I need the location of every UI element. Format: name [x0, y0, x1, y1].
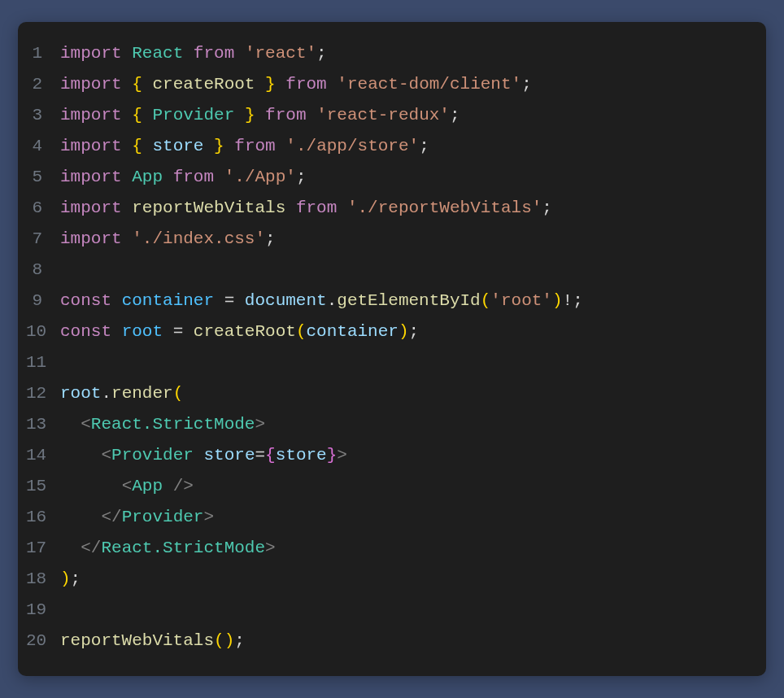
- code-token: ;: [296, 168, 307, 186]
- code-token: [194, 446, 204, 465]
- code-token: [111, 291, 122, 310]
- code-token: [111, 322, 122, 341]
- code-line: 11: [26, 347, 747, 378]
- code-token: ;: [234, 631, 245, 650]
- code-token: [60, 446, 101, 465]
- line-number: 11: [26, 347, 60, 378]
- code-token: [142, 75, 153, 94]
- code-line: 10const root = createRoot(container);: [26, 316, 747, 347]
- line-number: 9: [26, 286, 60, 316]
- code-token: './index.css': [132, 229, 265, 248]
- line-content: const container = document.getElementByI…: [60, 286, 583, 316]
- code-token: </: [81, 539, 101, 557]
- code-token: from: [296, 198, 337, 217]
- line-number: 18: [26, 564, 60, 595]
- line-number: 3: [26, 100, 60, 131]
- code-token: [234, 106, 245, 124]
- code-token: {: [265, 446, 276, 465]
- code-token: ): [552, 291, 563, 310]
- line-content: </Provider>: [60, 502, 214, 533]
- line-content: </React.StrictMode>: [60, 533, 276, 564]
- code-token: render: [111, 384, 173, 403]
- line-number: 8: [26, 255, 60, 286]
- code-token: !;: [563, 291, 583, 310]
- code-line: 5import App from './App';: [26, 162, 747, 193]
- code-token: ;: [419, 137, 429, 155]
- code-token: import: [60, 106, 122, 124]
- code-line: 2import { createRoot } from 'react-dom/c…: [26, 69, 747, 100]
- line-content: import App from './App';: [60, 162, 307, 193]
- code-line: 8: [26, 255, 747, 286]
- code-token: './reportWebVitals': [347, 198, 542, 217]
- code-token: import: [60, 168, 122, 186]
- code-token: import: [60, 229, 122, 248]
- code-token: [122, 198, 133, 217]
- code-token: Provider: [152, 106, 234, 124]
- code-token: {: [132, 137, 142, 155]
- code-token: import: [60, 75, 122, 94]
- code-token: container: [307, 322, 399, 341]
- code-token: (: [296, 322, 307, 341]
- line-content: import React from 'react';: [60, 38, 327, 69]
- code-line: 15 <App />: [26, 471, 747, 502]
- code-token: [122, 229, 133, 248]
- code-token: [183, 44, 194, 63]
- code-token: [255, 75, 265, 94]
- code-token: ;: [409, 322, 420, 341]
- code-token: 'react-dom/client': [337, 75, 521, 94]
- code-token: [122, 137, 133, 155]
- code-token: [142, 137, 153, 155]
- code-token: =: [214, 291, 245, 310]
- line-number: 14: [26, 440, 60, 471]
- line-content: root.render(: [60, 378, 183, 409]
- code-token: {: [132, 106, 142, 124]
- code-token: ;: [450, 106, 460, 124]
- code-token: App: [132, 168, 163, 186]
- code-token: root: [60, 384, 101, 403]
- code-token: [122, 44, 133, 63]
- code-token: ): [224, 631, 235, 650]
- code-token: [285, 198, 296, 217]
- code-token: }: [265, 75, 276, 94]
- code-line: 17 </React.StrictMode>: [26, 533, 747, 564]
- line-number: 12: [26, 378, 60, 409]
- code-token: [163, 168, 173, 186]
- code-token: const: [60, 291, 111, 310]
- code-token: ;: [265, 229, 276, 248]
- line-content: <React.StrictMode>: [60, 409, 265, 440]
- code-token: [122, 75, 133, 94]
- code-token: createRoot: [152, 75, 255, 94]
- code-line: 6import reportWebVitals from './reportWe…: [26, 193, 747, 224]
- code-token: document: [245, 291, 327, 310]
- code-token: './App': [224, 168, 296, 186]
- line-number: 4: [26, 131, 60, 162]
- code-token: .: [101, 384, 111, 403]
- code-token: [224, 137, 235, 155]
- code-token: [307, 106, 317, 124]
- code-token: store: [152, 137, 203, 155]
- code-token: >: [255, 415, 265, 434]
- line-number: 1: [26, 38, 60, 69]
- code-token: (: [481, 291, 491, 310]
- code-line: 3import { Provider } from 'react-redux';: [26, 100, 747, 131]
- line-number: 13: [26, 409, 60, 440]
- line-number: 6: [26, 193, 60, 224]
- code-token: 'react-redux': [316, 106, 450, 124]
- code-token: [276, 75, 286, 94]
- code-token: .: [327, 291, 338, 310]
- line-number: 5: [26, 162, 60, 193]
- code-token: React: [132, 44, 183, 63]
- code-token: reportWebVitals: [132, 198, 285, 217]
- line-number: 15: [26, 471, 60, 502]
- code-token: getElementById: [337, 291, 480, 310]
- code-token: ): [60, 569, 71, 588]
- code-token: [142, 106, 153, 124]
- code-token: >: [203, 508, 214, 526]
- code-line: 4import { store } from './app/store';: [26, 131, 747, 162]
- line-content: import { createRoot } from 'react-dom/cl…: [60, 69, 532, 100]
- code-token: import: [60, 137, 122, 155]
- code-token: ;: [316, 44, 327, 63]
- line-content: import { Provider } from 'react-redux';: [60, 100, 460, 131]
- code-token: [234, 44, 245, 63]
- code-line: 7import './index.css';: [26, 224, 747, 255]
